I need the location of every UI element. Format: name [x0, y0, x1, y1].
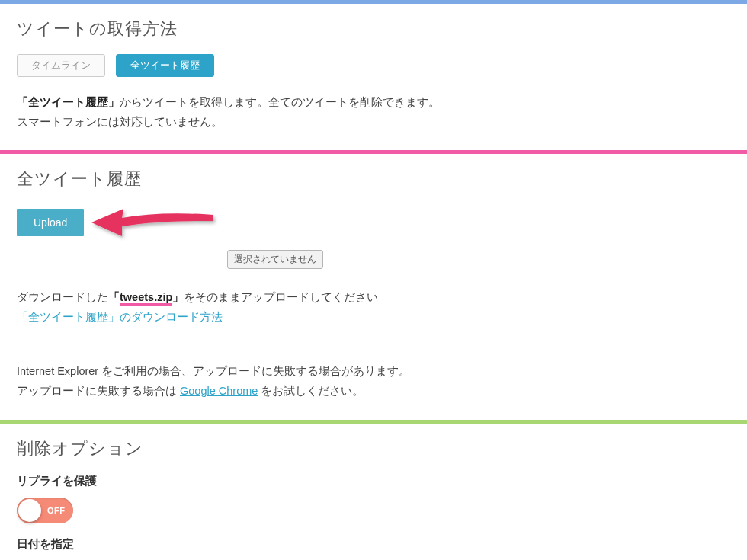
pointer-arrow-icon: [84, 201, 221, 241]
section-delete-options: 削除オプション リプライを保護 OFF 日付を指定: [0, 424, 747, 560]
date-range-label: 日付を指定: [17, 537, 730, 552]
toggle-off-label: OFF: [47, 506, 66, 515]
google-chrome-link[interactable]: Google Chrome: [180, 385, 258, 397]
section-heading-archive: 全ツイート履歴: [17, 168, 730, 190]
method-description-line1: 「全ツイート履歴」からツイートを取得します。全てのツイートを削除できます。: [17, 92, 730, 112]
protect-replies-label: リプライを保護: [17, 474, 730, 488]
tab-row: タイムライン 全ツイート履歴: [17, 54, 730, 77]
thin-divider: [0, 344, 747, 344]
toggle-knob: [18, 499, 41, 522]
section-get-method: ツイートの取得方法 タイムライン 全ツイート履歴 「全ツイート履歴」からツイート…: [0, 4, 747, 150]
zip-filename: tweets.zip: [120, 291, 172, 306]
tab-timeline[interactable]: タイムライン: [17, 54, 105, 77]
download-method-link[interactable]: 「全ツイート履歴」のダウンロード方法: [17, 311, 223, 323]
method-description-bold: 「全ツイート履歴」: [17, 96, 120, 108]
upload-instruction: ダウンロードした「tweets.zip」をそのままアップロードしてください: [17, 287, 730, 307]
file-selection-status: 選択されていません: [227, 250, 323, 269]
protect-replies-toggle[interactable]: OFF: [17, 498, 73, 523]
method-description-line2: スマートフォンには対応していません。: [17, 112, 730, 132]
section-archive-upload: 全ツイート履歴 Upload 選択されていません ダウンロードした「tweets…: [0, 154, 747, 419]
section-heading: ツイートの取得方法: [17, 18, 730, 40]
section-heading-options: 削除オプション: [17, 437, 730, 460]
ie-warning-text: Internet Explorer をご利用の場合、アップロードに失敗する場合が…: [17, 361, 730, 381]
upload-button[interactable]: Upload: [17, 209, 84, 236]
upload-row: Upload: [17, 204, 730, 241]
tab-archive[interactable]: 全ツイート履歴: [116, 54, 214, 77]
chrome-suggestion: アップロードに失敗する場合は Google Chrome をお試しください。: [17, 381, 730, 401]
